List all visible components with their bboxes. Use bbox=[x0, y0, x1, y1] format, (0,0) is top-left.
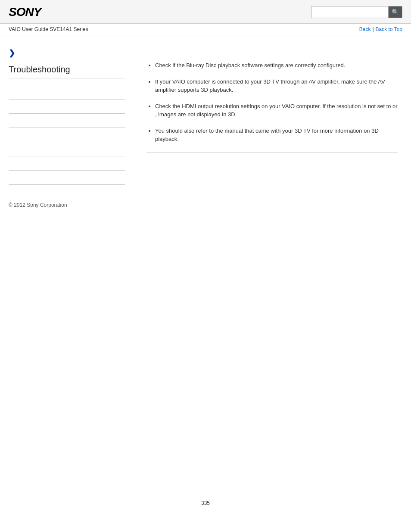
content-divider bbox=[146, 152, 398, 152]
main-content: ❯ Troubleshooting Check if the Blu-ray D… bbox=[0, 35, 411, 193]
list-item: Check the HDMI output resolution setting… bbox=[155, 102, 398, 119]
list-item[interactable] bbox=[9, 128, 125, 142]
copyright-text: © 2012 Sony Corporation bbox=[9, 202, 67, 208]
search-button[interactable]: 🔍 bbox=[389, 6, 402, 18]
sony-logo: SONY bbox=[9, 5, 41, 19]
search-input[interactable] bbox=[311, 6, 389, 18]
sidebar: ❯ Troubleshooting bbox=[0, 35, 134, 193]
page-footer: © 2012 Sony Corporation bbox=[0, 193, 411, 217]
list-item: Check if the Blu-ray Disc playback softw… bbox=[155, 61, 398, 70]
list-item[interactable] bbox=[9, 85, 125, 100]
list-item[interactable] bbox=[9, 100, 125, 114]
section-title: Troubleshooting bbox=[9, 65, 125, 78]
content-list: Check if the Blu-ray Disc playback softw… bbox=[146, 61, 398, 143]
search-area: 🔍 bbox=[311, 6, 402, 18]
sidebar-chevron: ❯ bbox=[9, 48, 125, 58]
sidebar-link[interactable] bbox=[9, 160, 125, 167]
list-item[interactable] bbox=[9, 156, 125, 171]
page-header: SONY 🔍 bbox=[0, 0, 411, 24]
content-area: Check if the Blu-ray Disc playback softw… bbox=[134, 35, 411, 193]
breadcrumb-bar: VAIO User Guide SVE14A1 Series Back | Ba… bbox=[0, 24, 411, 35]
sidebar-link[interactable] bbox=[9, 117, 125, 124]
guide-title: VAIO User Guide SVE14A1 Series bbox=[9, 26, 88, 32]
breadcrumb-nav: Back | Back to Top bbox=[359, 26, 402, 32]
sidebar-link[interactable] bbox=[9, 174, 125, 181]
list-item: If your VAIO computer is connected to yo… bbox=[155, 78, 398, 94]
list-item[interactable] bbox=[9, 142, 125, 156]
list-item: You should also refer to the manual that… bbox=[155, 127, 398, 143]
back-to-top-link[interactable]: Back to Top bbox=[376, 26, 402, 32]
sidebar-link[interactable] bbox=[9, 103, 125, 110]
sidebar-link[interactable] bbox=[9, 146, 125, 152]
back-link[interactable]: Back bbox=[359, 26, 371, 32]
page-number: 335 bbox=[0, 492, 411, 515]
list-item[interactable] bbox=[9, 171, 125, 185]
search-icon: 🔍 bbox=[392, 9, 399, 16]
nav-separator: | bbox=[372, 26, 374, 32]
sidebar-link[interactable] bbox=[9, 89, 125, 96]
sidebar-links bbox=[9, 85, 125, 185]
list-item[interactable] bbox=[9, 114, 125, 128]
sidebar-link[interactable] bbox=[9, 131, 125, 138]
